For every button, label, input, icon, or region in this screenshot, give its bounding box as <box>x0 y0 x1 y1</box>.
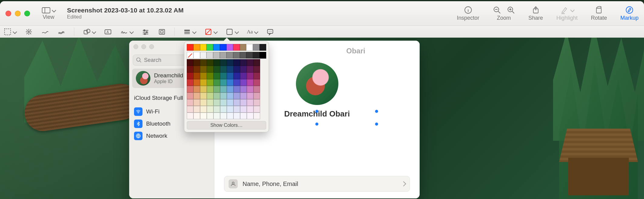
selection-handles[interactable] <box>256 110 378 126</box>
color-swatch[interactable] <box>240 93 247 99</box>
color-swatch[interactable] <box>207 113 213 119</box>
color-swatch[interactable] <box>247 113 253 119</box>
color-swatch[interactable] <box>233 93 240 99</box>
color-swatch[interactable] <box>206 44 213 51</box>
share-button[interactable]: Share <box>528 6 543 21</box>
color-swatch[interactable] <box>187 99 193 106</box>
sketch-tool-button[interactable] <box>58 28 65 36</box>
color-swatch[interactable] <box>253 73 260 79</box>
color-swatch[interactable] <box>193 86 200 93</box>
color-swatch[interactable] <box>187 93 193 99</box>
color-swatch[interactable] <box>233 106 240 113</box>
color-swatch[interactable] <box>240 106 247 113</box>
color-swatch[interactable] <box>220 113 227 119</box>
color-swatch[interactable] <box>227 66 233 73</box>
color-swatch[interactable] <box>253 86 260 93</box>
color-swatch[interactable] <box>253 59 260 66</box>
color-swatch[interactable] <box>260 52 266 59</box>
color-swatch[interactable] <box>233 66 240 73</box>
color-swatch[interactable] <box>253 113 260 119</box>
color-swatch[interactable] <box>227 106 233 113</box>
color-swatch[interactable] <box>253 106 260 113</box>
selection-tool-button[interactable] <box>4 28 16 36</box>
color-swatch[interactable] <box>240 52 247 59</box>
color-swatch[interactable] <box>200 52 207 59</box>
color-swatch[interactable] <box>233 113 240 119</box>
shapes-tool-button[interactable] <box>83 28 96 36</box>
sign-tool-button[interactable] <box>120 28 133 36</box>
instant-alpha-tool-button[interactable] <box>25 28 33 36</box>
color-swatch[interactable] <box>207 66 213 73</box>
color-swatch[interactable] <box>193 99 200 106</box>
color-swatch[interactable] <box>187 52 193 59</box>
color-swatch[interactable] <box>240 66 247 73</box>
contact-info-row[interactable]: Name, Phone, Email <box>224 176 410 192</box>
color-swatch[interactable] <box>220 44 226 51</box>
color-swatch[interactable] <box>233 52 240 59</box>
color-swatch[interactable] <box>213 99 220 106</box>
color-swatch[interactable] <box>200 86 207 93</box>
color-swatch[interactable] <box>253 99 260 106</box>
text-tool-button[interactable]: A <box>104 28 112 36</box>
color-swatch[interactable] <box>220 106 227 113</box>
color-swatch[interactable] <box>227 93 233 99</box>
color-swatch[interactable] <box>193 113 200 119</box>
text-style-button[interactable]: Aa <box>247 29 258 35</box>
markup-button[interactable]: Markup <box>620 6 639 21</box>
border-color-button[interactable] <box>204 28 217 36</box>
color-swatch[interactable] <box>220 86 227 93</box>
adjust-color-tool-button[interactable] <box>142 28 149 36</box>
color-swatch[interactable] <box>207 93 213 99</box>
inner-window-button[interactable] <box>149 44 154 49</box>
color-swatch[interactable] <box>207 79 213 86</box>
color-swatch[interactable] <box>213 66 220 73</box>
color-swatch[interactable] <box>240 79 247 86</box>
color-swatch[interactable] <box>253 93 260 99</box>
color-swatch[interactable] <box>187 79 193 86</box>
color-swatch[interactable] <box>247 93 253 99</box>
color-swatch[interactable] <box>253 66 260 73</box>
inner-window-button[interactable] <box>133 44 138 49</box>
color-swatch[interactable] <box>220 52 226 59</box>
color-swatch[interactable] <box>200 44 207 51</box>
color-swatch[interactable] <box>227 59 233 66</box>
color-swatch[interactable] <box>200 106 207 113</box>
color-swatch[interactable] <box>227 99 233 106</box>
color-swatch[interactable] <box>240 59 247 66</box>
inner-window-button[interactable] <box>141 44 146 49</box>
avatar[interactable] <box>296 62 338 105</box>
color-swatch[interactable] <box>227 86 233 93</box>
color-swatch[interactable] <box>187 106 193 113</box>
minimize-window-button[interactable] <box>15 11 21 16</box>
color-swatch[interactable] <box>247 86 253 93</box>
color-swatch[interactable] <box>193 44 200 51</box>
color-swatch[interactable] <box>213 52 220 59</box>
color-swatch[interactable] <box>247 59 253 66</box>
color-swatch[interactable] <box>187 66 193 73</box>
color-swatch[interactable] <box>200 79 207 86</box>
color-swatch[interactable] <box>227 113 233 119</box>
view-menu[interactable]: View <box>42 7 55 20</box>
color-swatch[interactable] <box>247 99 253 106</box>
color-swatch[interactable] <box>193 106 200 113</box>
color-swatch[interactable] <box>187 86 193 93</box>
draw-tool-button[interactable] <box>41 28 49 36</box>
color-swatch[interactable] <box>253 44 260 51</box>
color-swatch[interactable] <box>247 79 253 86</box>
color-swatch[interactable] <box>200 99 207 106</box>
color-swatch[interactable] <box>220 99 227 106</box>
zoom-button[interactable]: Zoom <box>493 6 515 21</box>
color-swatch[interactable] <box>246 52 253 59</box>
color-swatch[interactable] <box>240 44 247 51</box>
color-swatch[interactable] <box>246 44 253 51</box>
color-swatch[interactable] <box>247 73 253 79</box>
color-swatch[interactable] <box>213 73 220 79</box>
color-swatch[interactable] <box>207 86 213 93</box>
color-swatch[interactable] <box>233 86 240 93</box>
color-swatch[interactable] <box>226 44 233 51</box>
color-swatch[interactable] <box>200 93 207 99</box>
color-swatch[interactable] <box>260 44 266 51</box>
color-swatch[interactable] <box>200 66 207 73</box>
color-swatch[interactable] <box>233 99 240 106</box>
color-swatch[interactable] <box>207 99 213 106</box>
